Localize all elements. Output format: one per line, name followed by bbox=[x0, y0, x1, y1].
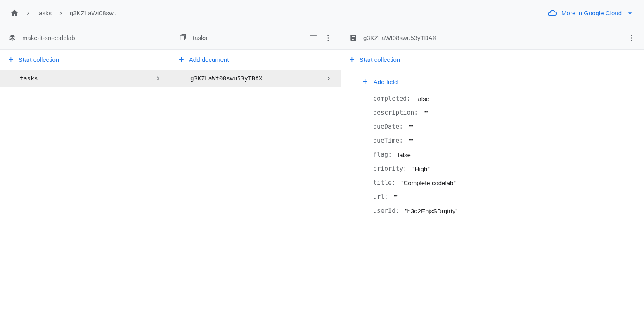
document-title: g3KZLaWt08swu53yTBAX bbox=[363, 34, 622, 41]
collection-panel: tasks + Add document g3KZLaWt08swu53yTBA… bbox=[170, 26, 341, 330]
chevron-right-icon bbox=[57, 10, 64, 16]
collection-icon bbox=[179, 34, 187, 42]
document-item[interactable]: g3KZLaWt08swu53yTBAX bbox=[170, 70, 341, 87]
collection-item-tasks[interactable]: tasks bbox=[0, 70, 170, 87]
collection-panel-header: tasks bbox=[170, 26, 341, 50]
chevron-down-icon bbox=[626, 9, 634, 17]
add-document-button[interactable]: + Add document bbox=[170, 50, 341, 70]
field-key: dueTime bbox=[373, 137, 403, 144]
database-icon bbox=[8, 34, 17, 42]
start-subcollection-button[interactable]: + Start collection bbox=[341, 50, 644, 70]
document-panel: g3KZLaWt08swu53yTBAX + Start collection … bbox=[341, 26, 644, 330]
field-row[interactable]: description"" bbox=[341, 106, 644, 120]
add-field-label: Add field bbox=[374, 78, 398, 85]
svg-point-2 bbox=[327, 40, 329, 41]
filter-icon[interactable] bbox=[309, 34, 317, 42]
collection-item-label: tasks bbox=[20, 75, 38, 82]
field-value: false bbox=[416, 95, 429, 102]
document-fields: + Add field completedfalsedescription""d… bbox=[341, 70, 644, 218]
start-collection-label: Start collection bbox=[19, 56, 59, 63]
field-key: title bbox=[373, 179, 395, 186]
field-row[interactable]: title"Complete codelab" bbox=[341, 176, 644, 190]
plus-icon: + bbox=[8, 55, 14, 64]
field-value: "Complete codelab" bbox=[401, 179, 456, 186]
collection-title: tasks bbox=[193, 34, 303, 41]
field-value: "" bbox=[409, 123, 413, 130]
field-value: false bbox=[398, 151, 411, 158]
more-in-google-cloud-link[interactable]: More in Google Cloud bbox=[547, 8, 634, 18]
svg-point-0 bbox=[327, 35, 329, 36]
start-subcollection-label: Start collection bbox=[360, 56, 400, 63]
chevron-right-icon bbox=[25, 10, 31, 16]
field-row[interactable]: url"" bbox=[341, 190, 644, 204]
field-value: "" bbox=[394, 193, 398, 200]
breadcrumb-item[interactable]: tasks bbox=[37, 9, 52, 16]
add-field-button[interactable]: + Add field bbox=[341, 72, 644, 92]
field-row[interactable]: priority"High" bbox=[341, 162, 644, 176]
field-row[interactable]: dueTime"" bbox=[341, 134, 644, 148]
field-row[interactable]: completedfalse bbox=[341, 92, 644, 106]
plus-icon: + bbox=[349, 55, 355, 64]
field-row[interactable]: dueDate"" bbox=[341, 120, 644, 134]
document-panel-header: g3KZLaWt08swu53yTBAX bbox=[341, 26, 644, 50]
field-row[interactable]: userId"h3g2EhjsSDrgirty" bbox=[341, 204, 644, 218]
more-vert-icon[interactable] bbox=[627, 34, 636, 42]
more-vert-icon[interactable] bbox=[324, 34, 332, 42]
field-value: "" bbox=[409, 137, 413, 144]
field-key: dueDate bbox=[373, 123, 403, 130]
home-icon[interactable] bbox=[10, 9, 19, 18]
svg-point-4 bbox=[631, 35, 632, 36]
field-value: "High" bbox=[412, 165, 430, 172]
field-key: priority bbox=[373, 165, 407, 172]
field-row[interactable]: flagfalse bbox=[341, 148, 644, 162]
start-collection-button[interactable]: + Start collection bbox=[0, 50, 170, 70]
chevron-right-icon bbox=[154, 75, 162, 82]
field-key: url bbox=[373, 193, 388, 200]
field-key: userId bbox=[373, 207, 399, 214]
plus-icon: + bbox=[362, 77, 368, 86]
svg-point-5 bbox=[631, 37, 632, 38]
field-key: description bbox=[373, 109, 418, 116]
cloud-link-label: More in Google Cloud bbox=[561, 9, 622, 16]
document-icon bbox=[349, 34, 358, 42]
document-item-label: g3KZLaWt08swu53yTBAX bbox=[190, 75, 263, 82]
svg-point-1 bbox=[327, 37, 329, 38]
root-title: make-it-so-codelab bbox=[22, 34, 162, 41]
root-panel: make-it-so-codelab + Start collection ta… bbox=[0, 26, 170, 330]
svg-point-6 bbox=[631, 40, 632, 41]
field-value: "h3g2EhjsSDrgirty" bbox=[405, 207, 457, 214]
breadcrumb: tasks g3KZLaWt08sw.. bbox=[10, 9, 116, 18]
breadcrumb-item[interactable]: g3KZLaWt08sw.. bbox=[70, 9, 116, 16]
field-value: "" bbox=[424, 109, 428, 116]
field-key: completed bbox=[373, 95, 410, 102]
field-key: flag bbox=[373, 151, 392, 158]
plus-icon: + bbox=[179, 55, 184, 64]
cloud-icon bbox=[547, 8, 557, 18]
add-document-label: Add document bbox=[189, 56, 229, 63]
chevron-right-icon bbox=[325, 75, 332, 82]
root-panel-header: make-it-so-codelab bbox=[0, 26, 170, 50]
